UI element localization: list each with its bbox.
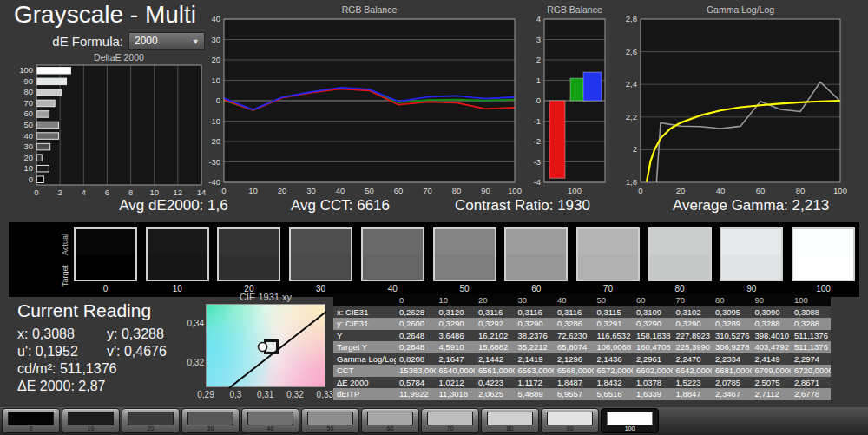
swatch-target-half bbox=[148, 254, 207, 280]
table-cell: 6602,0000 bbox=[633, 365, 673, 377]
svg-text:60: 60 bbox=[23, 109, 33, 118]
patch-label: 60 bbox=[362, 425, 418, 432]
gray-swatch bbox=[217, 227, 280, 281]
svg-text:-4: -4 bbox=[534, 177, 541, 187]
row-label-cell: CCT bbox=[333, 365, 396, 377]
table-cell: 0,3102 bbox=[673, 306, 713, 319]
stat-avg-de2000: Avg dE2000: 1,6 bbox=[78, 197, 269, 214]
table-row: y: CIE310,26000,32900,32920,32900,32860,… bbox=[333, 318, 831, 330]
table-cell: 2,3467 bbox=[712, 388, 752, 400]
svg-text:90: 90 bbox=[23, 76, 33, 86]
swatch-actual-half bbox=[148, 229, 207, 254]
patch-swatch bbox=[8, 412, 54, 425]
svg-text:30: 30 bbox=[211, 35, 220, 44]
swatch-target-half bbox=[219, 254, 279, 280]
gray-swatch bbox=[720, 227, 783, 281]
svg-text:100: 100 bbox=[568, 186, 582, 195]
table-header-cell: 60 bbox=[633, 294, 673, 306]
table-cell: 0,3116 bbox=[475, 306, 515, 319]
table-cell: 11,9922 bbox=[396, 388, 436, 400]
svg-text:50: 50 bbox=[23, 120, 33, 129]
de-formula-label: dE Formula: bbox=[49, 34, 123, 49]
table-cell: 1,8487 bbox=[554, 377, 594, 389]
svg-text:100: 100 bbox=[508, 186, 522, 195]
svg-text:12: 12 bbox=[174, 188, 183, 197]
svg-text:30: 30 bbox=[23, 142, 33, 151]
table-cell: 1,5223 bbox=[673, 377, 713, 389]
gray-swatch bbox=[289, 227, 352, 281]
table-cell: 1,0378 bbox=[633, 377, 673, 389]
table-cell: 0,3095 bbox=[712, 306, 752, 319]
table-cell: 2,4149 bbox=[752, 353, 792, 366]
svg-text:80: 80 bbox=[796, 186, 806, 195]
svg-text:90: 90 bbox=[481, 186, 490, 195]
table-cell: 2,2470 bbox=[673, 353, 713, 366]
stat-avg-gamma: Average Gamma: 2,213 bbox=[655, 197, 846, 214]
gray-swatch bbox=[504, 227, 568, 281]
swatch-actual-half bbox=[291, 229, 351, 254]
de-formula-select[interactable]: 2000 ▼ bbox=[128, 32, 205, 50]
table-cell: 6,9557 bbox=[554, 388, 594, 400]
table-cell: 0,3290 bbox=[436, 318, 476, 330]
stat-contrast-ratio: Contrast Ratio: 1930 bbox=[427, 197, 618, 214]
table-cell: 0,3288 bbox=[752, 318, 792, 330]
table-cell: 38,2376 bbox=[515, 330, 555, 342]
gray-swatch bbox=[792, 227, 855, 281]
patch-button-100[interactable]: 100 bbox=[601, 408, 659, 433]
cie-x-tick-label: 0,3 bbox=[222, 390, 248, 399]
table-cell: 72,6230 bbox=[554, 330, 594, 342]
patch-button-90[interactable]: 90 bbox=[541, 408, 599, 433]
patch-button-0[interactable]: 0 bbox=[2, 408, 60, 433]
dropdown-arrow-icon: ▼ bbox=[192, 33, 200, 50]
svg-text:0: 0 bbox=[34, 188, 38, 197]
table-cell: 0,3289 bbox=[712, 318, 752, 330]
svg-text:40: 40 bbox=[716, 186, 726, 195]
table-cell: 6642,0000 bbox=[673, 365, 713, 377]
svg-text:2,6: 2,6 bbox=[626, 47, 637, 56]
cie-x-tick-label: 0,29 bbox=[193, 390, 219, 399]
table-cell: 1,1172 bbox=[515, 377, 555, 389]
svg-text:-20: -20 bbox=[208, 136, 220, 146]
table-cell: 0,2648 bbox=[396, 330, 436, 342]
patch-button-60[interactable]: 60 bbox=[361, 408, 419, 433]
table-cell: 0,3288 bbox=[791, 318, 831, 330]
svg-text:4: 4 bbox=[536, 14, 541, 23]
row-label-cell: Target Y bbox=[333, 341, 396, 353]
patch-button-70[interactable]: 70 bbox=[421, 408, 479, 433]
table-cell: 2,5075 bbox=[752, 377, 792, 389]
cie-x-tick-label: 0,31 bbox=[253, 390, 279, 399]
patch-button-80[interactable]: 80 bbox=[481, 408, 539, 433]
table-header-cell bbox=[333, 294, 396, 306]
svg-text:4: 4 bbox=[82, 188, 86, 197]
patch-button-20[interactable]: 20 bbox=[122, 408, 180, 433]
svg-text:Gamma Log/Log: Gamma Log/Log bbox=[707, 4, 774, 15]
table-cell: 0,3290 bbox=[633, 318, 673, 330]
svg-text:20: 20 bbox=[23, 153, 33, 162]
table-cell: 16,2102 bbox=[475, 330, 515, 342]
rgb-balance-line-chart: RGB Balance403020100-10-20-30-4001020304… bbox=[207, 4, 521, 199]
patch-button-40[interactable]: 40 bbox=[241, 408, 299, 433]
table-cell: 6572,0000 bbox=[594, 365, 634, 377]
patch-label: 80 bbox=[482, 425, 538, 432]
patch-button-10[interactable]: 10 bbox=[62, 408, 120, 433]
svg-text:50: 50 bbox=[365, 186, 374, 195]
table-cell: 0,3290 bbox=[515, 318, 555, 330]
patch-label: 100 bbox=[602, 425, 658, 432]
grayscale-strip: Actual Target 0102030405060708090100 bbox=[9, 222, 859, 297]
table-cell: 2,1647 bbox=[436, 353, 476, 366]
svg-text:10: 10 bbox=[23, 163, 33, 173]
table-cell: 310,5276 bbox=[712, 330, 752, 342]
patch-button-50[interactable]: 50 bbox=[301, 408, 359, 433]
table-cell: 15,6882 bbox=[475, 341, 515, 353]
cie-chart-title: CIE 1931 xy bbox=[206, 292, 326, 302]
swatch-label: 90 bbox=[718, 284, 785, 293]
patch-button-30[interactable]: 30 bbox=[181, 408, 240, 433]
table-cell: 2,8671 bbox=[791, 377, 831, 389]
measurement-table: 0102030405060708090100x: CIE310,26280,31… bbox=[333, 294, 831, 400]
swatch-target-half bbox=[578, 254, 638, 280]
table-cell: 306,9278 bbox=[712, 341, 752, 353]
table-cell: 108,0068 bbox=[594, 341, 634, 353]
table-cell: 398,4010 bbox=[752, 330, 792, 342]
cie-y-tick-label: 0,34 bbox=[180, 319, 204, 328]
svg-text:20: 20 bbox=[278, 186, 287, 195]
